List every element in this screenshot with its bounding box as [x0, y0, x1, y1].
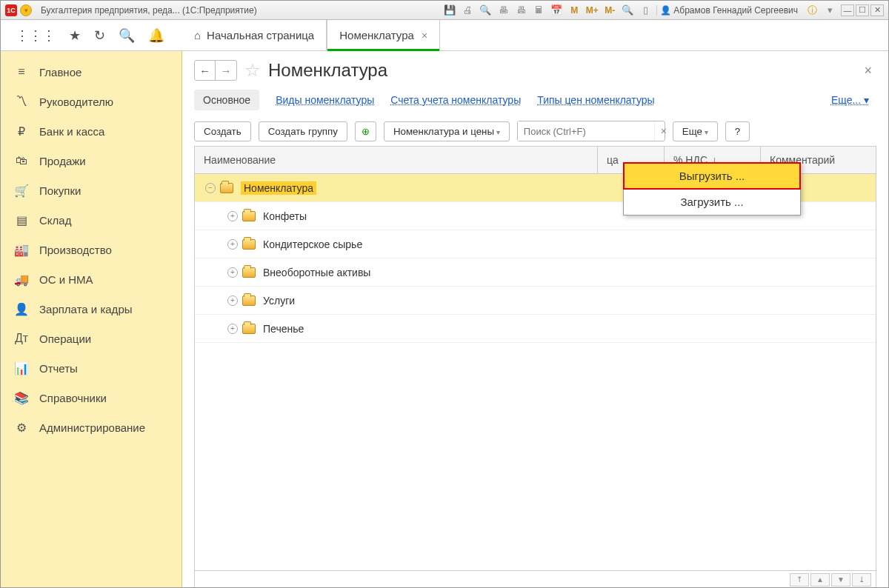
- sidebar-item-label: Зарплата и кадры: [39, 303, 133, 315]
- sidebar-item-0[interactable]: ≡Главное: [1, 57, 182, 87]
- maximize-button[interactable]: ☐: [856, 4, 869, 16]
- clear-search-button[interactable]: ×: [654, 121, 673, 141]
- books-icon: 📚: [14, 390, 29, 405]
- table-row[interactable]: +Внеоборотные активы: [195, 258, 876, 287]
- zoom-icon[interactable]: 🔍: [621, 4, 634, 17]
- sidebar-item-2[interactable]: ₽Банк и касса: [1, 116, 182, 146]
- favorite-star-icon[interactable]: ☆: [244, 60, 261, 81]
- tab-nomenclature-label: Номенклатура: [339, 29, 414, 41]
- search-icon[interactable]: 🔍: [119, 27, 135, 44]
- create-button[interactable]: Создать: [194, 121, 251, 141]
- section-links: Основное Виды номенклатуры Счета учета н…: [194, 90, 876, 110]
- dropdown-arrow-icon[interactable]: ▾: [20, 4, 32, 16]
- print3-icon[interactable]: 🖷: [514, 4, 527, 17]
- folder-icon: [242, 211, 256, 221]
- expander-icon[interactable]: +: [227, 267, 238, 278]
- more-button[interactable]: Еще: [673, 121, 718, 141]
- sidebar-item-3[interactable]: 🛍Продажи: [1, 146, 182, 176]
- page-title: Номенклатура: [268, 60, 387, 81]
- bell-icon[interactable]: 🔔: [148, 27, 164, 44]
- create-group-button[interactable]: Создать группу: [259, 121, 347, 141]
- tab-nomenclature[interactable]: Номенклатура ×: [327, 20, 440, 50]
- apps-icon[interactable]: ⋮⋮⋮: [16, 27, 56, 44]
- sidebar-item-5[interactable]: ▤Склад: [1, 205, 182, 235]
- m-plus-button[interactable]: M+: [585, 4, 599, 17]
- search-input[interactable]: [518, 121, 654, 141]
- table-row[interactable]: +Печенье: [195, 315, 876, 343]
- nav-back-forward: ← →: [194, 60, 237, 81]
- close-page-button[interactable]: ×: [864, 63, 876, 78]
- menu-export[interactable]: Выгрузить ...: [624, 163, 800, 189]
- sidebar-item-11[interactable]: 📚Справочники: [1, 383, 182, 412]
- save-icon[interactable]: 💾: [443, 4, 456, 17]
- user-badge[interactable]: 👤 Абрамов Геннадий Сергеевич: [656, 5, 801, 16]
- nav-top-icon[interactable]: ⤒: [790, 573, 809, 587]
- tab-close-icon[interactable]: ×: [422, 30, 427, 41]
- table-row[interactable]: +Услуги: [195, 287, 876, 315]
- close-window-button[interactable]: ✕: [870, 4, 884, 16]
- sidebar: ≡Главное〽Руководителю₽Банк и касса🛍Прода…: [1, 51, 182, 588]
- link-more[interactable]: Еще... ▾: [831, 94, 876, 106]
- row-label: Конфеты: [263, 210, 307, 222]
- sidebar-item-8[interactable]: 👤Зарплата и кадры: [1, 294, 182, 324]
- sidebar-item-6[interactable]: 🏭Производство: [1, 235, 182, 264]
- preview-icon[interactable]: 🔍: [479, 4, 492, 17]
- star-icon[interactable]: ★: [69, 27, 81, 44]
- info-icon[interactable]: ⓘ: [805, 4, 819, 17]
- prices-dropdown-button[interactable]: Номенклатура и цены: [384, 121, 510, 141]
- factory-icon: 🏭: [14, 242, 29, 257]
- sidebar-item-label: Производство: [39, 244, 112, 256]
- gear-icon: ⚙: [14, 420, 29, 435]
- tab-home[interactable]: ⌂ Начальная страница: [182, 20, 327, 50]
- nav-forward-button[interactable]: →: [216, 61, 236, 80]
- sidebar-item-12[interactable]: ⚙Администрирование: [1, 412, 182, 442]
- sidebar-item-label: Справочники: [39, 392, 107, 404]
- sidebar-item-1[interactable]: 〽Руководителю: [1, 87, 182, 116]
- sidebar-item-label: Операции: [39, 333, 91, 345]
- expander-icon[interactable]: −: [205, 183, 216, 193]
- content: ← → ☆ Номенклатура × Основное Виды номен…: [182, 51, 888, 588]
- m-button[interactable]: M: [567, 4, 581, 17]
- print2-icon[interactable]: 🖶: [496, 4, 510, 17]
- table-row[interactable]: +Кондитерское сырье: [195, 230, 876, 258]
- expander-icon[interactable]: +: [227, 211, 238, 221]
- table-nav-strip: ⤒ ▲ ▼ ⤓: [195, 570, 876, 588]
- sidebar-item-label: Продажи: [39, 155, 86, 167]
- sidebar-item-4[interactable]: 🛒Покупки: [1, 176, 182, 205]
- history-icon[interactable]: ↻: [94, 27, 105, 44]
- help-button[interactable]: ?: [725, 121, 750, 141]
- add-green-button[interactable]: ⊕: [355, 121, 376, 141]
- sidebar-item-10[interactable]: 📊Отчеты: [1, 353, 182, 383]
- link-accounts[interactable]: Счета учета номенклатуры: [390, 94, 521, 106]
- folder-icon: [242, 267, 256, 278]
- dd-icon[interactable]: ▾: [823, 4, 836, 17]
- panel-icon[interactable]: ▯: [639, 4, 652, 17]
- search-box: ×: [517, 121, 665, 141]
- link-price-types[interactable]: Типы цен номенклатуры: [537, 94, 654, 106]
- expander-icon[interactable]: +: [227, 239, 238, 250]
- col-name[interactable]: Наименование: [195, 147, 598, 173]
- nav-bottom-icon[interactable]: ⤓: [852, 573, 871, 587]
- menu-import[interactable]: Загрузить ...: [624, 189, 800, 215]
- calc-icon[interactable]: 🖩: [532, 4, 545, 17]
- expander-icon[interactable]: +: [227, 295, 238, 306]
- sidebar-item-9[interactable]: ДтОперации: [1, 324, 182, 353]
- titlebar: 1C ▾ Бухгалтерия предприятия, реда... (1…: [1, 1, 888, 20]
- print-icon[interactable]: 🖨: [461, 4, 474, 17]
- expander-icon[interactable]: +: [227, 324, 238, 334]
- tab-home-label: Начальная страница: [207, 29, 314, 41]
- nav-up-icon[interactable]: ▲: [810, 573, 830, 587]
- ruble-icon: ₽: [14, 124, 29, 138]
- row-label: Печенье: [263, 323, 304, 335]
- link-types[interactable]: Виды номенклатуры: [276, 94, 374, 106]
- cart-icon: 🛒: [14, 183, 29, 198]
- person-icon: 👤: [14, 301, 29, 316]
- home-icon: ⌂: [194, 29, 201, 41]
- minimize-button[interactable]: —: [841, 4, 854, 16]
- link-main[interactable]: Основное: [194, 90, 259, 110]
- m-minus-button[interactable]: M-: [603, 4, 616, 17]
- calendar-icon[interactable]: 📅: [550, 4, 563, 17]
- sidebar-item-7[interactable]: 🚚ОС и НМА: [1, 264, 182, 294]
- nav-back-button[interactable]: ←: [195, 61, 216, 80]
- nav-down-icon[interactable]: ▼: [831, 573, 850, 587]
